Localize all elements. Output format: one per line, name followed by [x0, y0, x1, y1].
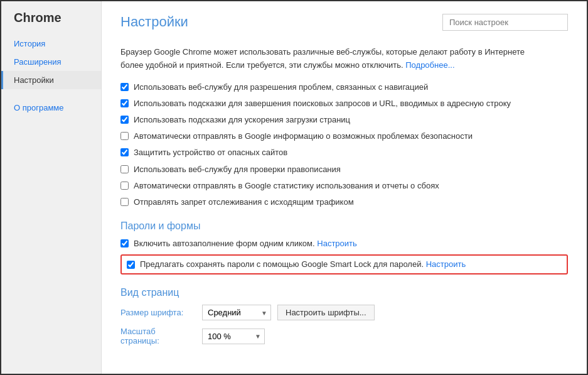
checkbox-row-security: Автоматически отправлять в Google информ…	[120, 131, 568, 142]
sidebar-divider	[1, 89, 101, 99]
checkbox-security-label: Автоматически отправлять в Google информ…	[134, 131, 473, 142]
checkbox-spell[interactable]	[120, 165, 129, 173]
smartlock-configure-link[interactable]: Настроить	[426, 259, 466, 269]
checkbox-dnt-label: Отправлять запрет отслеживания с исходящ…	[134, 197, 354, 208]
header-row: Настройки	[120, 14, 568, 36]
page-scale-dropdown[interactable]: 100 %	[202, 329, 265, 344]
checkbox-row-dnt: Отправлять запрет отслеживания с исходящ…	[120, 197, 568, 208]
page-scale-dropdown-wrapper: 100 %	[202, 329, 265, 344]
checkbox-nav-label: Использовать веб-службу для разрешения п…	[134, 82, 428, 93]
page-view-section-title: Вид страниц	[120, 287, 568, 298]
checkbox-smartlock-label: Предлагать сохранять пароли с помощью Go…	[140, 259, 466, 270]
checkbox-speed-label: Использовать подсказки для ускорения заг…	[134, 114, 350, 126]
font-size-row: Размер шрифта: Средний Настроить шрифты.…	[120, 305, 568, 320]
configure-fonts-button[interactable]: Настроить шрифты...	[277, 305, 375, 320]
checkbox-speed[interactable]	[120, 116, 129, 124]
page-scale-label: Масштаб страницы:	[120, 327, 196, 345]
page-scale-row: Масштаб страницы: 100 %	[120, 327, 568, 345]
description-link[interactable]: Подробнее...	[405, 60, 454, 70]
checkbox-stats[interactable]	[120, 182, 129, 190]
web-services-section: Использовать веб-службу для разрешения п…	[120, 82, 568, 209]
passwords-section-title: Пароли и формы	[120, 220, 568, 232]
checkbox-row-spell: Использовать веб-службу для проверки пра…	[120, 164, 568, 175]
sidebar-item-extensions[interactable]: Расширения	[1, 53, 101, 71]
passwords-section: Включить автозаполнение форм одним клико…	[120, 238, 568, 274]
checkbox-security[interactable]	[120, 132, 129, 140]
main-container: Chrome История Расширения Настройки О пр…	[1, 1, 587, 374]
checkbox-spell-label: Использовать веб-службу для проверки пра…	[134, 164, 341, 175]
checkbox-protect[interactable]	[120, 148, 129, 156]
checkbox-row-stats: Автоматически отправлять в Google статис…	[120, 180, 568, 192]
autofill-configure-link[interactable]: Настроить	[317, 239, 357, 248]
chrome-window: Chrome История Расширения Настройки О пр…	[0, 0, 588, 375]
sidebar-item-history[interactable]: История	[1, 35, 101, 53]
sidebar-app-title: Chrome	[1, 11, 101, 35]
checkbox-smartlock[interactable]	[127, 261, 135, 269]
checkbox-row-hints: Использовать подсказки для завершения по…	[120, 98, 568, 109]
description-block: Браузер Google Chrome может использовать…	[120, 46, 568, 72]
checkbox-protect-label: Защитить устройство от опасных сайтов	[134, 147, 287, 158]
checkbox-nav[interactable]	[120, 83, 129, 91]
font-size-dropdown[interactable]: Средний	[202, 305, 271, 320]
checkbox-dnt[interactable]	[120, 198, 129, 206]
checkbox-hints-label: Использовать подсказки для завершения по…	[134, 98, 511, 109]
checkbox-autofill[interactable]	[120, 239, 129, 247]
checkbox-hints[interactable]	[120, 99, 129, 107]
description-line2: более удобной и приятной. Если требуется…	[120, 60, 404, 70]
checkbox-row-nav: Использовать веб-службу для разрешения п…	[120, 82, 568, 93]
checkbox-autofill-label: Включить автозаполнение форм одним клико…	[134, 238, 357, 249]
search-input[interactable]	[442, 14, 568, 31]
checkbox-row-speed: Использовать подсказки для ускорения заг…	[120, 114, 568, 126]
checkbox-stats-label: Автоматически отправлять в Google статис…	[134, 180, 439, 192]
sidebar-item-about[interactable]: О программе	[1, 99, 101, 117]
description-line1: Браузер Google Chrome может использовать…	[120, 47, 525, 57]
checkbox-row-protect: Защитить устройство от опасных сайтов	[120, 147, 568, 158]
checkbox-row-autofill: Включить автозаполнение форм одним клико…	[120, 238, 568, 249]
highlighted-smartlock-row: Предлагать сохранять пароли с помощью Go…	[120, 254, 568, 274]
sidebar-item-settings[interactable]: Настройки	[1, 71, 101, 89]
font-size-dropdown-wrapper: Средний	[202, 305, 271, 320]
font-size-label: Размер шрифта:	[120, 308, 196, 317]
page-title: Настройки	[120, 14, 188, 30]
sidebar: Chrome История Расширения Настройки О пр…	[1, 1, 102, 374]
main-content: Настройки Браузер Google Chrome может ис…	[102, 1, 587, 374]
